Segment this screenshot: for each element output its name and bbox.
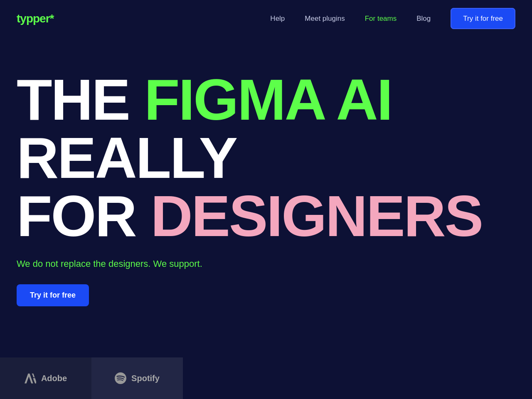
nav-link-blog[interactable]: Blog	[416, 15, 431, 22]
spotify-logo-text: Spotify	[131, 374, 160, 383]
logo-text: typper	[17, 12, 50, 25]
nav-item-help[interactable]: Help	[270, 15, 285, 23]
logo-star: *	[50, 12, 54, 25]
hero-title-figma-ai: FIGMA AI	[144, 67, 392, 132]
logo-card-adobe: Adobe	[0, 357, 91, 399]
hero-title-line2: FOR DESIGNERS	[17, 187, 515, 245]
spotify-icon	[115, 372, 126, 384]
nav-links: Help Meet plugins For teams Blog Try it …	[270, 15, 515, 23]
nav-item-blog[interactable]: Blog	[416, 15, 431, 23]
nav-cta-button[interactable]: Try it for free	[451, 8, 515, 29]
hero-cta-button[interactable]: Try it for free	[17, 284, 89, 306]
nav-link-meet-plugins[interactable]: Meet plugins	[305, 15, 345, 22]
hero-section: THE FIGMA AI REALLY FOR DESIGNERS We do …	[0, 37, 532, 306]
logo[interactable]: typper*	[17, 12, 54, 25]
hero-title-line1: THE FIGMA AI REALLY	[17, 71, 515, 187]
hero-title-designers: DESIGNERS	[150, 183, 482, 249]
nav-item-meet-plugins[interactable]: Meet plugins	[305, 15, 345, 23]
logos-section: Adobe Spotify	[0, 357, 532, 399]
logo-card-spotify: Spotify	[91, 357, 183, 399]
navbar: typper* Help Meet plugins For teams Blog…	[0, 0, 532, 37]
nav-item-cta[interactable]: Try it for free	[451, 15, 515, 23]
nav-link-help[interactable]: Help	[270, 15, 285, 22]
hero-title-the: THE	[17, 67, 144, 132]
hero-title: THE FIGMA AI REALLY FOR DESIGNERS	[17, 71, 515, 245]
nav-link-for-teams[interactable]: For teams	[365, 15, 397, 22]
adobe-icon	[25, 372, 36, 384]
nav-item-for-teams[interactable]: For teams	[365, 15, 397, 23]
hero-subtitle: We do not replace the designers. We supp…	[17, 259, 515, 269]
hero-title-really: REALLY	[17, 125, 236, 190]
adobe-logo-text: Adobe	[41, 374, 67, 383]
hero-title-for: FOR	[17, 183, 150, 249]
